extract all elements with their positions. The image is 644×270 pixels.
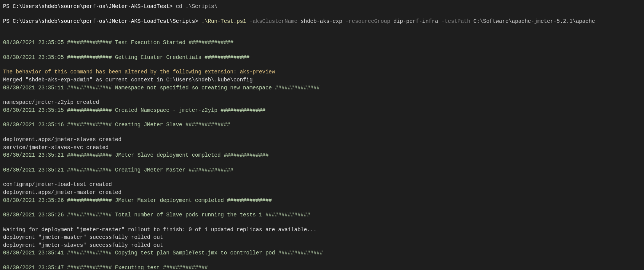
log-output-line: configmap/jmeter-load-test created [3, 181, 641, 189]
flag-text: -resourceGroup [345, 18, 393, 24]
log-output-line: Waiting for deployment "jmeter-master" r… [3, 226, 641, 234]
command-text: cd .\Scripts\ [176, 3, 217, 10]
log-timestamp-line: 08/30/2021 23:35:41 ############## Copyi… [3, 249, 641, 257]
blank-line [3, 32, 641, 39]
log-output-line: namespace/jmeter-z2ylp created [3, 99, 641, 106]
log-timestamp-line: 08/30/2021 23:35:05 ############## Test … [3, 39, 641, 47]
terminal-output[interactable]: PS C:\Users\shdeb\source\perf-os\JMeter-… [3, 3, 641, 270]
blank-line [3, 11, 641, 18]
flag-text: -testPath [441, 18, 473, 24]
arg-value: C:\Software\apache-jmeter-5.2.1\apache [473, 18, 595, 24]
arg-value: shdeb-aks-exp [300, 18, 345, 24]
log-output-line: deployment.apps/jmeter-master created [3, 189, 641, 197]
blank-line [3, 205, 641, 211]
terminal-line: PS C:\Users\shdeb\source\perf-os\JMeter-… [3, 18, 641, 25]
log-timestamp-line: 08/30/2021 23:35:16 ############## Creat… [3, 121, 641, 129]
log-timestamp-line: 08/30/2021 23:35:15 ############## Creat… [3, 107, 641, 114]
blank-line [3, 25, 641, 32]
prompt-text: PS C:\Users\shdeb\source\perf-os\JMeter-… [3, 3, 176, 10]
terminal-line: PS C:\Users\shdeb\source\perf-os\JMeter-… [3, 3, 641, 11]
prompt-text: PS C:\Users\shdeb\source\perf-os\JMeter-… [3, 18, 201, 24]
blank-line [3, 62, 641, 68]
log-output-line: service/jmeter-slaves-svc created [3, 144, 641, 152]
log-timestamp-line: 08/30/2021 23:35:26 ############## JMete… [3, 197, 641, 205]
blank-line [3, 160, 641, 167]
log-timestamp-line: 08/30/2021 23:35:11 ############## Names… [3, 84, 641, 92]
log-timestamp-line: 08/30/2021 23:35:21 ############## Creat… [3, 167, 641, 174]
blank-line [3, 114, 641, 121]
blank-line [3, 174, 641, 181]
log-output-line: deployment "jmeter-master" successfully … [3, 234, 641, 241]
blank-line [3, 47, 641, 54]
blank-line [3, 92, 641, 99]
log-output-line: deployment "jmeter-slaves" successfully … [3, 242, 641, 249]
blank-line [3, 219, 641, 226]
script-name: .\Run-Test.ps1 [201, 18, 249, 24]
log-timestamp-line: 08/30/2021 23:35:05 ############## Getti… [3, 54, 641, 62]
log-output-line: deployment.apps/jmeter-slaves created [3, 136, 641, 144]
log-timestamp-line: 08/30/2021 23:35:21 ############## JMete… [3, 152, 641, 159]
log-timestamp-line: 08/30/2021 23:35:26 ############## Total… [3, 211, 641, 219]
flag-text: -aksClusterName [249, 18, 300, 24]
blank-line [3, 257, 641, 264]
blank-line [3, 129, 641, 136]
log-output-line: Merged "shdeb-aks-exp-admin" as current … [3, 76, 641, 84]
log-warning-line: The behavior of this command has been al… [3, 68, 641, 76]
log-timestamp-line: 08/30/2021 23:35:47 ############## Execu… [3, 264, 641, 270]
arg-value: dip-perf-infra [393, 18, 441, 24]
